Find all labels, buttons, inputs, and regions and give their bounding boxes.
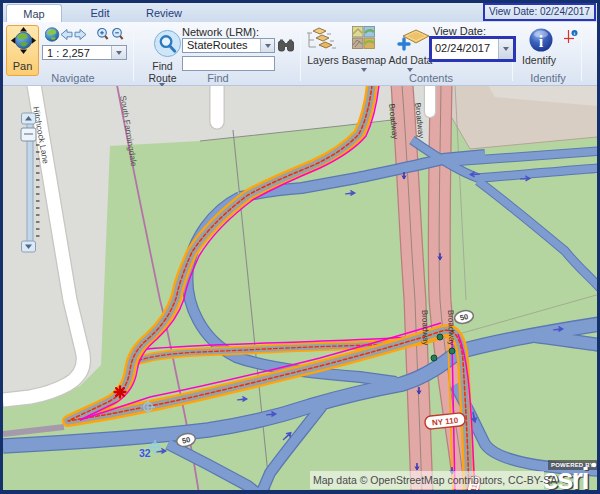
svg-text:Broadway: Broadway: [446, 310, 456, 346]
svg-text:i: i: [539, 33, 544, 50]
svg-text:Broadway: Broadway: [420, 310, 430, 346]
svg-text:32: 32: [139, 447, 151, 459]
svg-text:Map data © OpenStreetMap contr: Map data © OpenStreetMap contributors, C…: [313, 474, 557, 486]
